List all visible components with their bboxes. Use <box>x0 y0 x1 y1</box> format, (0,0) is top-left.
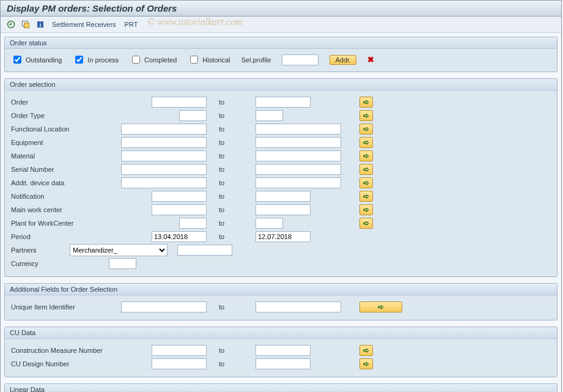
partners-select[interactable]: Merchandizer_ <box>70 244 167 256</box>
outstanding-checkbox-input[interactable] <box>13 56 21 64</box>
cm-number-to-input[interactable] <box>256 345 311 356</box>
outstanding-checkbox[interactable]: Outstanding <box>11 54 62 65</box>
uii-label: Unique Item Identifier <box>11 303 103 311</box>
main_wc-row: Main work centerto➪ <box>11 203 551 216</box>
plant_wc-to-label: to <box>213 220 249 227</box>
addr-button-label: Addr. <box>335 56 351 64</box>
arrow-right-icon: ➪ <box>363 152 369 160</box>
addit_device-to-label: to <box>213 179 249 187</box>
arrow-right-icon: ➪ <box>363 360 369 368</box>
cm-number-to-label: to <box>213 347 249 354</box>
arrow-right-icon: ➪ <box>363 179 369 187</box>
historical-checkbox[interactable]: Historical <box>188 54 230 65</box>
material-multi-button[interactable]: ➪ <box>359 150 373 161</box>
order-selection-group: Order selection Orderto➪Order Typeto➪Fun… <box>4 78 557 277</box>
uii-to-label: to <box>213 303 249 311</box>
addr-button[interactable]: Addr. <box>329 55 356 65</box>
uii-multi-button[interactable]: ➪ <box>359 301 402 312</box>
settlement-receivers-button[interactable]: Settlement Receivers <box>50 21 119 28</box>
arrow-right-icon: ➪ <box>363 346 369 355</box>
notification-from-input[interactable] <box>152 191 207 202</box>
partners-extra-input[interactable] <box>177 245 232 256</box>
historical-label: Historical <box>202 56 230 64</box>
partners-label: Partners <box>11 246 66 254</box>
inprocess-checkbox-input[interactable] <box>75 56 83 64</box>
order-multi-button[interactable]: ➪ <box>359 97 373 108</box>
serial-from-input[interactable] <box>121 164 207 175</box>
execute-icon[interactable] <box>6 19 17 30</box>
uii-to-input[interactable] <box>256 301 341 312</box>
completed-checkbox-input[interactable] <box>132 56 140 64</box>
cu-design-from-input[interactable] <box>152 358 207 369</box>
plant_wc-from-input[interactable] <box>179 218 207 229</box>
addit_device-row: Addit. device datato➪ <box>11 176 551 190</box>
inprocess-checkbox[interactable]: In process <box>73 54 119 65</box>
notification-multi-button[interactable]: ➪ <box>359 191 373 202</box>
period-from-input[interactable] <box>152 231 207 242</box>
currency-row: Currency <box>11 257 551 270</box>
addit_device-from-input[interactable] <box>121 177 207 188</box>
prt-button[interactable]: PRT <box>122 21 141 28</box>
cu-design-to-label: to <box>213 360 249 368</box>
equipment-to-input[interactable] <box>256 137 341 148</box>
info-icon[interactable]: i <box>35 19 46 30</box>
notification-to-input[interactable] <box>256 191 311 202</box>
func_loc-to-input[interactable] <box>256 124 341 135</box>
material-to-input[interactable] <box>256 150 341 161</box>
historical-checkbox-input[interactable] <box>190 56 198 64</box>
serial-to-label: to <box>213 166 249 173</box>
cu-design-to-input[interactable] <box>256 358 311 369</box>
main_wc-multi-button[interactable]: ➪ <box>359 204 373 215</box>
order-to-input[interactable] <box>256 97 311 108</box>
arrow-right-icon: ➪ <box>378 303 384 311</box>
serial-multi-button[interactable]: ➪ <box>359 164 373 175</box>
equipment-multi-button[interactable]: ➪ <box>359 137 373 148</box>
variant-icon[interactable] <box>20 19 31 30</box>
main_wc-from-input[interactable] <box>152 204 207 215</box>
currency-input[interactable] <box>109 258 136 269</box>
order-row: Orderto➪ <box>11 95 551 109</box>
additional-fields-group: Additional Fields for Order Selection Un… <box>4 283 557 320</box>
cm-number-from-input[interactable] <box>152 345 207 356</box>
order_type-to-input[interactable] <box>256 110 283 121</box>
cm-number-multi-button[interactable]: ➪ <box>359 345 373 356</box>
svg-rect-2 <box>24 23 29 28</box>
svg-text:i: i <box>40 22 42 28</box>
plant_wc-multi-button[interactable]: ➪ <box>359 218 373 229</box>
order_type-multi-button[interactable]: ➪ <box>359 110 373 121</box>
order_type-to-label: to <box>213 112 249 119</box>
plant_wc-to-input[interactable] <box>256 218 283 229</box>
order-label: Order <box>11 98 103 106</box>
uii-from-input[interactable] <box>121 301 207 312</box>
sel-profile-input[interactable] <box>282 54 318 65</box>
inprocess-label: In process <box>87 56 119 64</box>
material-label: Material <box>11 152 103 160</box>
additional-fields-legend: Additional Fields for Order Selection <box>5 284 557 295</box>
func_loc-from-input[interactable] <box>121 124 207 135</box>
serial-to-input[interactable] <box>256 164 341 175</box>
equipment-row: Equipmentto➪ <box>11 136 551 149</box>
order-status-group: Order status Outstanding In process Comp… <box>4 37 557 72</box>
cu-design-multi-button[interactable]: ➪ <box>359 358 373 369</box>
cu-design-label: CU Design Number <box>11 360 103 368</box>
arrow-right-icon: ➪ <box>363 192 369 201</box>
addit_device-multi-button[interactable]: ➪ <box>359 177 373 188</box>
func_loc-label: Functional Location <box>11 125 103 133</box>
equipment-from-input[interactable] <box>121 137 207 148</box>
arrow-right-icon: ➪ <box>363 98 369 106</box>
completed-label: Completed <box>144 56 177 64</box>
addit_device-to-input[interactable] <box>256 177 341 188</box>
func_loc-row: Functional Locationto➪ <box>11 122 551 136</box>
completed-checkbox[interactable]: Completed <box>130 54 177 65</box>
order-from-input[interactable] <box>152 97 207 108</box>
delete-icon[interactable]: ✖ <box>367 55 374 64</box>
order_type-label: Order Type <box>11 112 103 119</box>
main_wc-to-input[interactable] <box>256 204 311 215</box>
material-from-input[interactable] <box>121 150 207 161</box>
period-to-input[interactable] <box>256 231 311 242</box>
order_type-from-input[interactable] <box>179 110 207 121</box>
func_loc-multi-button[interactable]: ➪ <box>359 124 373 135</box>
period-to-label: to <box>213 233 249 240</box>
cu-data-group: CU Data Construction Measure Number to ➪… <box>4 327 557 377</box>
equipment-label: Equipment <box>11 139 103 146</box>
